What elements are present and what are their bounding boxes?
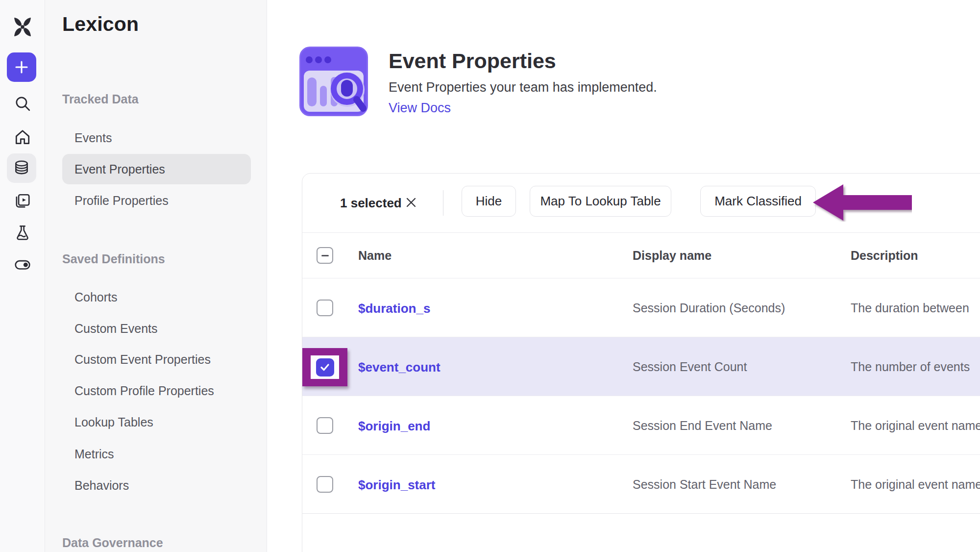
sidebar-item-cohorts[interactable]: Cohorts: [74, 290, 118, 304]
display-name-cell: Session Duration (Seconds): [633, 301, 785, 315]
section-heading-saved-definitions: Saved Definitions: [62, 252, 165, 266]
section-heading-data-governance: Data Governance: [62, 536, 163, 550]
sidebar-item-lookup-tables[interactable]: Lookup Tables: [74, 415, 153, 429]
search-icon[interactable]: [14, 95, 31, 113]
column-header-description[interactable]: Description: [851, 249, 918, 263]
sidebar-item-events[interactable]: Events: [74, 131, 112, 145]
event-properties-app-icon: [299, 47, 368, 118]
table-row-selected[interactable]: $event_count Session Event Count The num…: [302, 337, 980, 396]
display-name-cell: Session Start Event Name: [633, 477, 776, 492]
column-header-display-name[interactable]: Display name: [633, 249, 711, 263]
experiments-flask-icon[interactable]: [14, 224, 31, 242]
property-name-link[interactable]: $origin_end: [358, 419, 430, 434]
table-row[interactable]: $duration_s Session Duration (Seconds) T…: [302, 278, 980, 337]
selection-toolbar: 1 selected Hide Map To Lookup Table Mark…: [302, 174, 980, 233]
sidebar-title: Lexicon: [62, 13, 139, 36]
sidebar-item-custom-profile-properties[interactable]: Custom Profile Properties: [74, 384, 214, 398]
plus-icon: [14, 60, 29, 75]
property-name-link[interactable]: $event_count: [358, 360, 441, 375]
table-header-row: Name Display name Description: [302, 233, 980, 278]
sidebar-item-profile-properties[interactable]: Profile Properties: [74, 194, 169, 208]
table-row[interactable]: $origin_end Session End Event Name The o…: [302, 396, 980, 455]
session-replay-icon[interactable]: [14, 192, 31, 210]
icon-rail: [0, 0, 45, 552]
view-docs-link[interactable]: View Docs: [389, 100, 451, 116]
event-properties-table-panel: 1 selected Hide Map To Lookup Table Mark…: [302, 173, 980, 552]
column-header-name[interactable]: Name: [358, 249, 392, 263]
feature-flags-toggle-icon[interactable]: [14, 256, 31, 274]
select-all-checkbox-indeterminate[interactable]: [317, 247, 333, 264]
display-name-cell: Session End Event Name: [633, 419, 772, 433]
sidebar-item-event-properties[interactable]: Event Properties: [62, 154, 251, 184]
description-cell: The original event name: [851, 419, 980, 433]
row-checkbox-checked[interactable]: [316, 358, 334, 376]
display-name-cell: Session Event Count: [633, 360, 747, 374]
row-checkbox[interactable]: [317, 300, 333, 316]
section-heading-tracked-data: Tracked Data: [62, 92, 139, 106]
database-icon: [13, 159, 30, 177]
data-management-active-pill[interactable]: [7, 153, 36, 183]
page-subtitle: Event Properties your team has implement…: [389, 80, 657, 95]
create-plus-button[interactable]: [7, 52, 36, 82]
description-cell: The number of events: [851, 360, 970, 374]
map-to-lookup-table-button[interactable]: Map To Lookup Table: [530, 186, 671, 217]
home-icon[interactable]: [14, 128, 31, 146]
checkmark-icon: [319, 362, 330, 373]
checkbox-highlight-inner: [311, 355, 339, 379]
sidebar-item-metrics[interactable]: Metrics: [74, 447, 114, 461]
description-cell: The duration between: [851, 301, 969, 315]
toolbar-divider: [443, 190, 443, 216]
sidebar-item-label: Event Properties: [74, 162, 165, 176]
page-title: Event Properties: [389, 49, 556, 73]
mixpanel-logo-icon[interactable]: [11, 15, 34, 39]
mark-classified-button[interactable]: Mark Classified: [700, 186, 816, 217]
sidebar-item-custom-events[interactable]: Custom Events: [74, 322, 158, 336]
indeterminate-minus-icon: [321, 255, 329, 256]
clear-selection-close-icon[interactable]: [405, 197, 417, 208]
property-name-link[interactable]: $origin_start: [358, 477, 436, 493]
sidebar-item-custom-event-properties[interactable]: Custom Event Properties: [74, 352, 211, 367]
checkbox-highlight-annotation: [302, 348, 347, 386]
row-checkbox[interactable]: [317, 476, 333, 493]
hide-button[interactable]: Hide: [462, 186, 516, 217]
row-checkbox[interactable]: [317, 417, 333, 434]
property-name-link[interactable]: $duration_s: [358, 301, 430, 316]
sidebar-item-behaviors[interactable]: Behaviors: [74, 478, 129, 493]
selection-count-label: 1 selected: [340, 196, 402, 211]
table-row[interactable]: $origin_start Session Start Event Name T…: [302, 455, 980, 514]
description-cell: The original event name: [851, 477, 980, 492]
lexicon-sidebar: Lexicon Tracked Data Events Event Proper…: [45, 0, 267, 552]
